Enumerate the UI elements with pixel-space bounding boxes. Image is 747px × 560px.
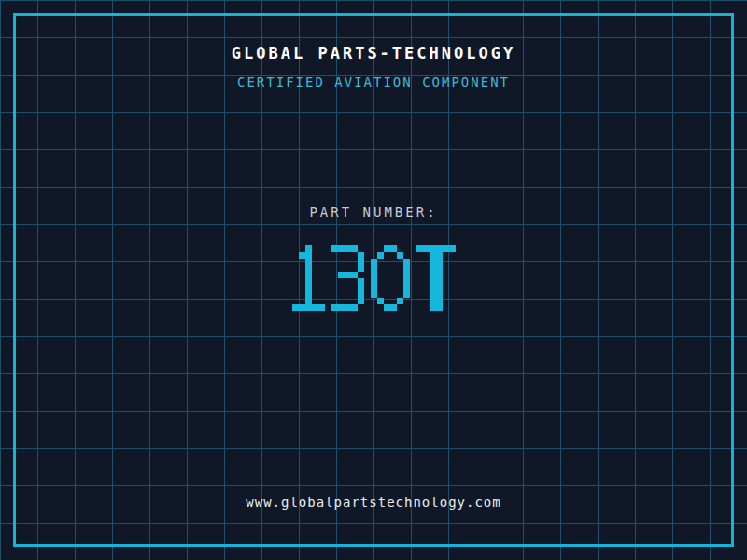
company-title: GLOBAL PARTS-TECHNOLOGY <box>0 44 747 63</box>
part-number-value <box>0 245 747 311</box>
website-url: www.globalpartstechnology.com <box>0 495 747 510</box>
part-number-label: PART NUMBER: <box>0 204 747 219</box>
certification-subtitle: CERTIFIED AVIATION COMPONENT <box>0 75 747 90</box>
certificate-card: GLOBAL PARTS-TECHNOLOGY CERTIFIED AVIATI… <box>0 0 747 560</box>
